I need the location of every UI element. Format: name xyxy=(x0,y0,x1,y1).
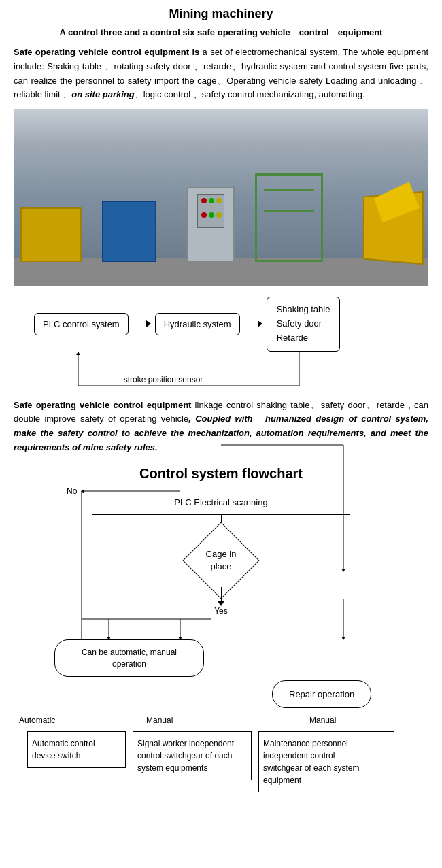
manual-label-2: Manual xyxy=(309,716,336,725)
auto-manual-box: Can be automatic, manual operation xyxy=(54,639,204,678)
page-title: Mining machinery xyxy=(14,7,428,21)
outputs-box: Shaking table Safety door Retarde xyxy=(267,297,341,351)
machinery-image xyxy=(14,109,428,286)
auto-control-box: Automatic control device switch xyxy=(27,731,126,768)
repair-box: Repair operation xyxy=(272,639,371,708)
control-flowchart: PLC Electrical scanning Cage in place xyxy=(14,490,428,816)
feedback-loop-svg: stroke position sensor xyxy=(34,352,354,389)
subtitle: A control three and a control six safe o… xyxy=(14,27,428,39)
no-label-text: No xyxy=(67,486,78,496)
svg-marker-3 xyxy=(76,352,80,355)
maintenance-box: Maintenance personnel independent contro… xyxy=(258,731,394,792)
intro-italic: on site parking xyxy=(71,89,134,99)
automatic-label: Automatic xyxy=(19,716,55,725)
output-line1: Shaking table xyxy=(277,303,330,317)
plc-box: PLC control system xyxy=(34,313,129,335)
svg-text:stroke position sensor: stroke position sensor xyxy=(124,375,203,384)
signal-worker-box: Signal worker independent control switch… xyxy=(133,731,252,780)
output-line2: Safety door xyxy=(277,317,330,331)
manual-label-1: Manual xyxy=(146,716,173,725)
plc-electrical-box: PLC Electrical scanning xyxy=(92,490,350,515)
intro-bold: Safe operating vehicle control equipment… xyxy=(14,47,199,57)
output-line3: Retarde xyxy=(277,331,330,346)
intro-text-2: 、logic control 、safety control mechaniza… xyxy=(135,89,365,99)
intro-paragraph: Safe operating vehicle control equipment… xyxy=(14,46,428,102)
diamond-cage: Cage in place xyxy=(180,534,262,587)
yes-label: Yes xyxy=(214,606,228,616)
hydraulic-box: Hydraulic system xyxy=(155,313,240,335)
body-bold: Safe operating vehicle control equipment xyxy=(14,400,191,410)
